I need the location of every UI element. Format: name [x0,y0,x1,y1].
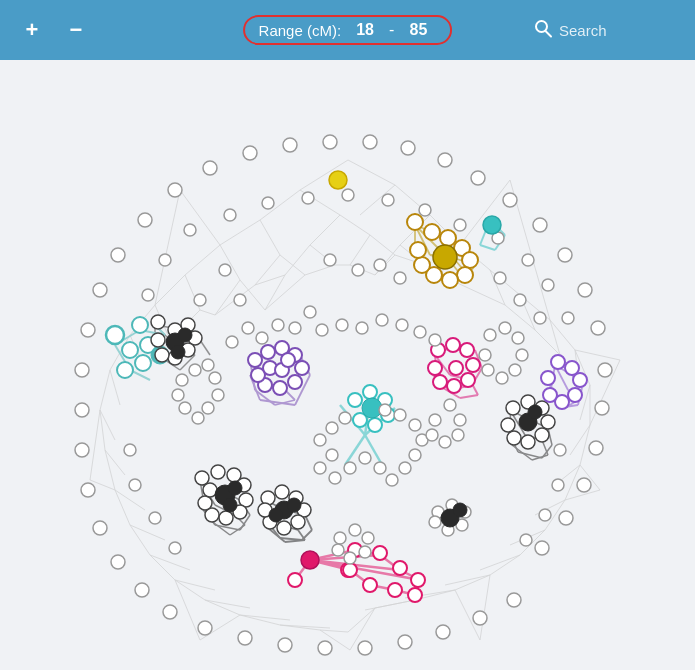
svg-point-435 [256,332,268,344]
svg-point-350 [288,375,302,389]
svg-point-349 [295,361,309,375]
svg-point-407 [411,573,425,587]
svg-point-423 [287,498,301,512]
svg-point-301 [374,259,386,271]
svg-point-401 [228,481,242,495]
svg-point-473 [509,364,521,376]
svg-point-249 [168,183,182,197]
svg-point-376 [541,415,555,429]
svg-point-379 [507,431,521,445]
svg-point-361 [368,418,382,432]
svg-point-457 [452,429,464,441]
svg-point-434 [272,319,284,331]
svg-point-307 [129,479,141,491]
svg-point-413 [343,563,357,577]
svg-point-248 [471,171,485,185]
svg-point-478 [349,524,361,536]
svg-point-310 [554,444,566,456]
svg-point-391 [211,465,225,479]
svg-point-243 [323,135,337,149]
svg-point-345 [248,353,262,367]
svg-point-452 [339,412,351,424]
svg-point-402 [223,498,237,512]
svg-point-439 [326,449,338,461]
svg-point-317 [132,317,148,333]
svg-point-481 [344,552,356,564]
svg-point-264 [93,521,107,535]
svg-point-468 [202,402,214,414]
svg-point-469 [484,329,496,341]
svg-point-341 [414,257,430,273]
svg-line-1 [546,31,552,37]
svg-point-490 [453,503,467,517]
svg-point-471 [512,332,524,344]
svg-point-458 [439,436,451,448]
svg-point-261 [598,363,612,377]
svg-point-410 [408,588,422,602]
svg-point-453 [326,422,338,434]
svg-point-305 [534,312,546,324]
svg-point-319 [135,355,151,371]
svg-point-251 [138,213,152,227]
svg-point-451 [379,404,391,416]
svg-point-267 [595,401,609,415]
svg-point-412 [363,578,377,592]
svg-point-459 [426,429,438,441]
svg-point-449 [409,419,421,431]
graph-svg [0,60,695,670]
svg-point-300 [352,264,364,276]
svg-point-299 [324,254,336,266]
svg-point-311 [552,479,564,491]
svg-point-270 [559,511,573,525]
svg-point-356 [281,353,295,367]
svg-point-344 [483,216,501,234]
svg-point-464 [189,364,201,376]
svg-point-277 [358,641,372,655]
range-container: Range (cM): - [243,15,453,45]
svg-point-403 [301,551,319,569]
svg-point-334 [424,224,440,240]
svg-point-456 [454,414,466,426]
svg-point-425 [316,324,328,336]
search-input[interactable] [559,22,679,39]
svg-point-432 [304,306,316,318]
svg-point-415 [275,485,289,499]
svg-point-255 [75,363,89,377]
svg-point-474 [496,372,508,384]
svg-point-328 [151,333,165,347]
svg-point-271 [535,541,549,555]
svg-point-488 [429,516,441,528]
range-min-input[interactable] [347,21,383,39]
svg-point-273 [198,621,212,635]
svg-point-357 [348,393,362,407]
svg-point-280 [473,611,487,625]
range-highlight: Range (cM): - [243,15,453,45]
svg-point-371 [428,361,442,375]
minus-button[interactable]: − [60,14,92,46]
svg-point-437 [226,336,238,348]
svg-point-405 [373,546,387,560]
svg-point-386 [568,388,582,402]
svg-point-446 [399,462,411,474]
add-button[interactable]: + [16,14,48,46]
svg-point-447 [409,449,421,461]
svg-point-419 [277,521,291,535]
svg-point-383 [551,355,565,369]
svg-point-442 [344,462,356,474]
svg-point-406 [393,561,407,575]
svg-point-475 [482,364,494,376]
svg-point-253 [93,283,107,297]
range-separator: - [389,21,394,39]
svg-point-343 [433,245,457,269]
range-max-input[interactable] [400,21,436,39]
svg-point-313 [520,534,532,546]
svg-point-450 [394,409,406,421]
svg-point-382 [528,405,542,419]
svg-point-252 [111,248,125,262]
svg-point-440 [314,462,326,474]
svg-point-296 [194,294,206,306]
svg-point-298 [234,294,246,306]
svg-point-282 [184,224,196,236]
svg-point-366 [460,343,474,357]
svg-point-241 [243,146,257,160]
